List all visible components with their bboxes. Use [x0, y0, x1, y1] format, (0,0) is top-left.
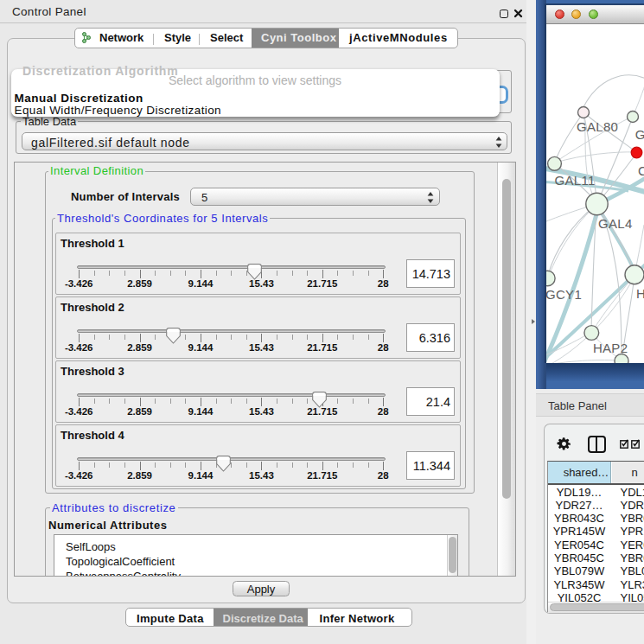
svg-text:GCY1: GCY1 — [546, 287, 582, 302]
svg-text:GAL11: GAL11 — [555, 173, 596, 188]
svg-text:GAL4: GAL4 — [598, 216, 633, 231]
svg-text:H: H — [636, 286, 644, 301]
svg-text:GAL80: GAL80 — [577, 119, 618, 134]
svg-text:HAP2: HAP2 — [593, 341, 628, 355]
svg-text:C: C — [638, 163, 644, 178]
svg-text:G: G — [635, 127, 644, 142]
